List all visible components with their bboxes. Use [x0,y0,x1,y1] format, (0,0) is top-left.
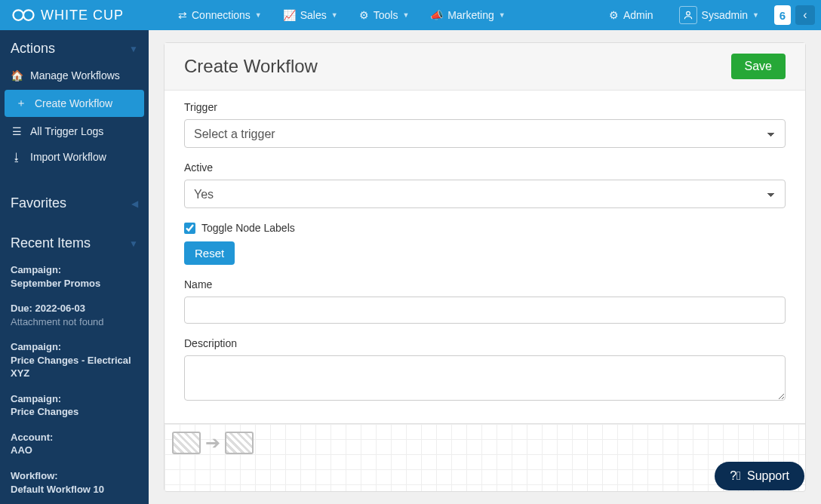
caret-down-icon: ▼ [402,11,409,19]
sidebar-favorites-head[interactable]: Favorites ◀ [0,185,149,217]
recent-item[interactable]: Campaign: September Promos [0,257,149,296]
nav-marketing[interactable]: 📣 Marketing ▼ [420,0,515,30]
active-select[interactable]: Yes [184,180,786,208]
caret-down-icon: ▼ [499,11,506,19]
recent-item-title: September Promos [11,277,138,290]
sidebar-item-label: All Trigger Logs [30,125,103,137]
recent-item[interactable]: Due: 2022-06-03 Attachment not found [0,296,149,334]
recent-item[interactable]: Account: AAO [0,425,149,463]
card-header: Create Workflow Save [165,43,805,91]
active-label: Active [184,161,786,174]
caret-down-icon: ▼ [129,238,138,249]
nav-marketing-label: Marketing [447,9,494,21]
sidebar-item-label: Create Workflow [35,97,112,109]
chevron-left-icon: ‹ [803,8,807,22]
arrow-right-icon: ➔ [205,432,220,454]
recent-item-type: Due: 2022-06-03 [11,302,138,315]
nav-tools[interactable]: ⚙ Tools ▼ [349,0,420,30]
chart-line-icon: 📈 [283,9,296,21]
recent-item-type: Campaign: [11,263,138,277]
trigger-select[interactable]: Select a trigger [184,119,786,148]
sidebar-actions-label: Actions [11,41,55,57]
sidebar-item-create-workflow[interactable]: ＋ Create Workflow [5,90,144,117]
support-button[interactable]: ?⃝ Support [715,462,804,490]
collapse-button[interactable]: ‹ [795,5,815,25]
nav-admin[interactable]: ⚙ Admin [598,0,664,30]
nav-sales[interactable]: 📈 Sales ▼ [272,0,349,30]
sidebar-recent-head[interactable]: Recent Items ▼ [0,225,149,257]
bullhorn-icon: 📣 [430,9,443,21]
sidebar-actions-head[interactable]: Actions ▼ [0,30,149,63]
svg-point-1 [23,10,34,20]
svg-point-2 [686,11,690,15]
support-label: Support [747,469,789,483]
nav-connections-label: Connections [192,9,251,21]
brand[interactable]: WHITE CUP [6,7,130,23]
trigger-label: Trigger [184,101,786,113]
brand-name: WHITE CUP [41,8,124,23]
toggle-node-labels-checkbox[interactable] [184,223,195,234]
recent-item-type: Campaign: [11,392,138,406]
nav-connections[interactable]: ⇄ Connections ▼ [168,0,272,30]
nav-user-menu[interactable]: Sysadmin ▼ [669,0,770,30]
start-node-placeholder[interactable] [172,432,201,454]
sidebar-item-import-workflow[interactable]: ⭳ Import Workflow [0,144,149,170]
recent-item-title: AAO [11,444,138,457]
sidebar: Actions ▼ 🏠 Manage Workflows ＋ Create Wo… [0,30,149,504]
caret-down-icon: ▼ [255,11,262,19]
download-icon: ⭳ [11,151,23,163]
sidebar-item-all-trigger-logs[interactable]: ☰ All Trigger Logs [0,118,149,144]
page-title: Create Workflow [184,56,318,77]
card-body: Trigger Select a trigger Active Yes Togg… [165,91,805,423]
avatar-icon [679,6,697,24]
recent-item-title: Default Workflow 10 [11,483,138,496]
exchange-icon: ⇄ [178,9,187,21]
nav-tools-label: Tools [374,9,398,21]
save-button[interactable]: Save [731,54,786,79]
recent-item[interactable]: Campaign: Price Changes - Electrical XYZ [0,334,149,386]
sidebar-favorites-label: Favorites [11,195,66,211]
nav-sales-label: Sales [300,9,327,21]
main-area: Create Workflow Save Trigger Select a tr… [149,30,821,504]
notification-badge[interactable]: 6 [774,5,791,25]
toggle-node-labels-label: Toggle Node Labels [201,222,295,234]
reset-button[interactable]: Reset [184,241,235,265]
next-node-placeholder[interactable] [225,432,254,454]
caret-down-icon: ▼ [331,11,338,19]
svg-point-0 [14,10,24,20]
help-icon: ?⃝ [730,469,741,483]
plus-icon: ＋ [15,97,27,110]
recent-item-sub: Attachment not found [11,315,138,329]
workflow-card: Create Workflow Save Trigger Select a tr… [164,42,806,492]
list-icon: ☰ [11,125,23,137]
nav-admin-label: Admin [623,9,653,21]
recent-item-type: Workflow: [11,469,138,483]
description-textarea[interactable] [184,355,786,401]
brand-logo-icon [12,7,35,23]
recent-item-type: Campaign: [11,340,138,354]
recent-item-title: Price Changes - Electrical XYZ [11,354,138,380]
sidebar-item-label: Manage Workflows [30,69,120,81]
gears-icon: ⚙ [359,9,369,21]
sidebar-recent-label: Recent Items [11,235,91,251]
name-input[interactable] [184,297,786,324]
name-label: Name [184,278,786,290]
home-icon: 🏠 [11,69,23,81]
caret-left-icon: ◀ [131,198,138,209]
recent-item-title: Price Changes [11,405,138,419]
description-label: Description [184,337,786,349]
recent-item[interactable]: Workflow: Default Workflow 10 [0,463,149,502]
caret-down-icon: ▼ [752,11,759,19]
workflow-canvas[interactable]: ➔ [165,423,805,491]
recent-item[interactable]: Campaign: Price Changes [0,386,149,425]
sidebar-item-label: Import Workflow [30,151,106,163]
caret-down-icon: ▼ [129,44,138,54]
top-navbar: WHITE CUP ⇄ Connections ▼ 📈 Sales ▼ ⚙ To… [0,0,821,30]
nav-user-label: Sysadmin [702,9,748,21]
gear-icon: ⚙ [609,9,619,21]
recent-item-type: Account: [11,431,138,444]
sidebar-item-manage-workflows[interactable]: 🏠 Manage Workflows [0,63,149,88]
